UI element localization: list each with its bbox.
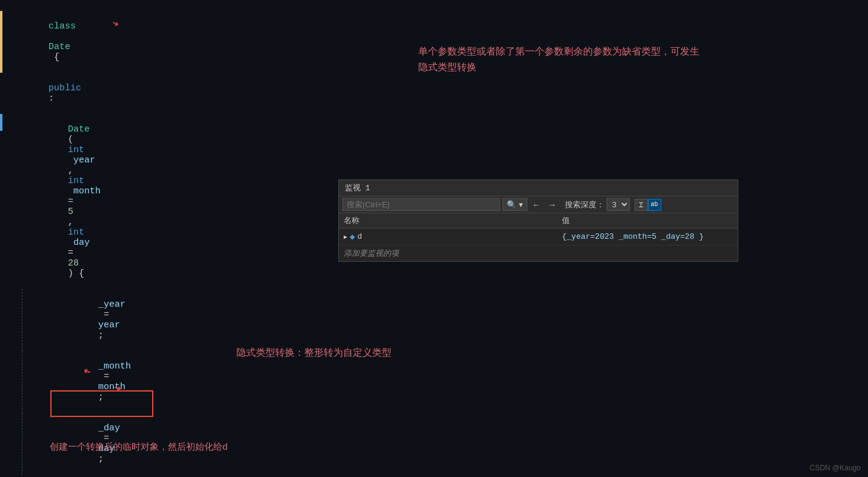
code-line-4: _year = year ;: [0, 289, 336, 351]
code-line-3: Date ( int year , int month = 5 , int da…: [0, 114, 336, 289]
watch-toolbar: 🔍 ▾ ← → 搜索深度： 3 ⌶ ab: [339, 196, 738, 213]
watch-panel: 监视 1 🔍 ▾ ← → 搜索深度： 3 ⌶ ab 名称 值 ▶ ◆ d: [338, 179, 738, 262]
editor-area: class Date { public : Date ( int year ,: [0, 0, 868, 477]
red-highlight-box: [50, 390, 153, 417]
watch-back-btn[interactable]: ←: [530, 199, 543, 211]
watch-search-btn[interactable]: 🔍 ▾: [502, 198, 527, 211]
annotation-middle-right: 隐式类型转换：整形转为自定义类型: [236, 347, 392, 359]
expand-triangle[interactable]: ▶: [344, 233, 347, 241]
annotation-top-right: 单个参数类型或者除了第一个参数剩余的参数为缺省类型，可发生隐式类型转换: [418, 44, 699, 75]
watch-icon-ab[interactable]: ab: [648, 199, 661, 211]
watch-icon-group: ⌶ ab: [635, 199, 661, 211]
watch-table-header: 名称 值: [339, 213, 738, 228]
watch-forward-btn[interactable]: →: [546, 199, 559, 211]
code-line-2: public :: [0, 73, 336, 114]
watch-row-d[interactable]: ▶ ◆ d {_year=2023 _month=5 _day=28 }: [339, 228, 738, 245]
depth-label: 搜索深度：: [565, 199, 604, 210]
watch-row-value-d: {_year=2023 _month=5 _day=28 }: [557, 232, 738, 241]
annotation-bottom: 创建一个转换后的临时对象，然后初始化给d: [50, 441, 227, 453]
csdn-watermark: CSDN @Kaugo: [810, 464, 861, 472]
watch-icon-pin[interactable]: ⌶: [635, 199, 648, 211]
watch-title: 监视 1: [339, 180, 738, 196]
watch-add-item[interactable]: 添加要监视的项: [339, 245, 738, 261]
code-line-7: }: [0, 475, 336, 477]
depth-select[interactable]: 3: [607, 198, 630, 211]
watch-row-name-d: ▶ ◆ d: [339, 232, 557, 242]
code-line-1: class Date {: [0, 11, 336, 73]
col-value-header: 值: [557, 215, 738, 226]
col-name-header: 名称: [339, 215, 557, 226]
watch-search-input[interactable]: [342, 198, 500, 211]
diamond-icon: ◆: [350, 232, 355, 242]
